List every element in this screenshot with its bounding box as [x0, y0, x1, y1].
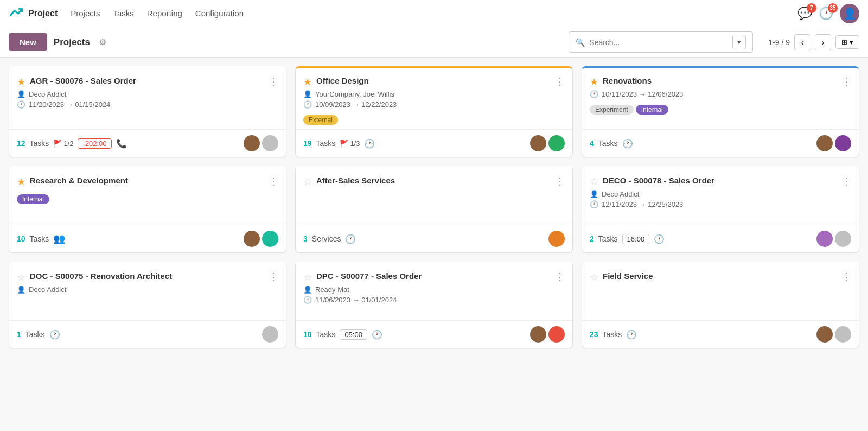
tasks-count[interactable]: 10	[17, 234, 25, 243]
card-body: 👤 Deco Addict 🕐 11/20/2023 → 01/15/2024	[9, 90, 286, 129]
card-header: ☆ After-Sales Services ⋮	[296, 168, 572, 190]
card-tags: External	[303, 111, 565, 125]
people-icon: 👥	[53, 233, 65, 245]
star-button[interactable]: ★	[17, 76, 25, 88]
nav-projects[interactable]: Projects	[71, 7, 100, 20]
user-avatar[interactable]: 👤	[840, 4, 859, 23]
time-badge: -202:00	[78, 138, 111, 149]
clock-icon[interactable]: 🕐	[622, 138, 633, 149]
projects-grid: ★ AGR - S00076 - Sales Order ⋮ 👤 Deco Ad…	[0, 58, 868, 357]
card-title[interactable]: DPC - S00077 - Sales Order	[316, 271, 551, 282]
clock-icon[interactable]: 🕐	[345, 234, 356, 244]
dates-icon: 🕐	[303, 296, 312, 304]
avatar	[244, 135, 260, 151]
star-button[interactable]: ☆	[590, 176, 598, 188]
avatar	[816, 326, 833, 343]
card-header: ★ AGR - S00076 - Sales Order ⋮	[9, 68, 286, 90]
card-body: 👤 Ready Mat 🕐 11/06/2023 → 01/01/2024	[296, 286, 572, 320]
next-page-button[interactable]: ›	[815, 34, 831, 50]
card-tags: ExperimentInternal	[590, 100, 851, 115]
settings-icon[interactable]: ⚙	[99, 37, 106, 47]
card-title[interactable]: Office Design	[316, 75, 551, 86]
card-header: ☆ DECO - S00078 - Sales Order ⋮	[582, 168, 859, 190]
customer-icon: 👤	[17, 286, 25, 294]
tasks-count[interactable]: 19	[303, 139, 312, 148]
star-button[interactable]: ★	[303, 76, 312, 88]
card-customer: 👤 YourCompany, Joel Willis	[303, 90, 565, 98]
card-title[interactable]: DECO - S00078 - Sales Order	[603, 175, 837, 186]
nav-configuration[interactable]: Configuration	[195, 7, 244, 20]
card-menu-button[interactable]: ⋮	[841, 175, 851, 187]
clock-button[interactable]: 🕐 35	[819, 7, 833, 21]
clock-icon[interactable]: 🕐	[654, 234, 665, 244]
card-footer: 3 Services 🕐	[296, 225, 572, 252]
customer-icon: 👤	[590, 190, 598, 198]
card-dates: 🕐 10/11/2023 → 12/06/2023	[590, 90, 851, 98]
nav-reporting[interactable]: Reporting	[147, 7, 182, 20]
nav-tasks[interactable]: Tasks	[113, 7, 133, 20]
card-header: ★ Renovations ⋮	[582, 68, 859, 90]
clock-icon[interactable]: 🕐	[626, 329, 637, 340]
card-menu-button[interactable]: ⋮	[555, 175, 565, 187]
card-menu-button[interactable]: ⋮	[841, 75, 851, 87]
card-title[interactable]: Renovations	[603, 75, 837, 86]
card-customer: 👤 Deco Addict	[17, 286, 278, 294]
tasks-count[interactable]: 4	[590, 139, 594, 148]
search-input[interactable]	[589, 38, 728, 47]
project-card: ☆ DECO - S00078 - Sales Order ⋮ 👤 Deco A…	[582, 166, 859, 253]
view-toggle-button[interactable]: ⊞ ▾	[835, 35, 859, 49]
star-button[interactable]: ☆	[303, 271, 312, 283]
page-title: Projects	[54, 37, 90, 48]
card-footer: 1 Tasks 🕐	[9, 320, 286, 348]
card-title[interactable]: After-Sales Services	[316, 175, 551, 186]
card-header: ★ Research & Development ⋮	[9, 168, 286, 190]
tasks-count[interactable]: 3	[303, 234, 308, 243]
avatars	[530, 326, 565, 343]
dates-icon: 🕐	[17, 100, 25, 109]
prev-page-button[interactable]: ‹	[794, 34, 810, 50]
card-menu-button[interactable]: ⋮	[555, 75, 565, 87]
avatars	[244, 135, 278, 151]
card-body	[582, 286, 859, 320]
tag-internal: Internal	[636, 105, 668, 115]
card-title[interactable]: DOC - S00075 - Renovation Architect	[30, 271, 264, 282]
tasks-count[interactable]: 10	[303, 330, 312, 339]
search-icon: 🔍	[576, 38, 585, 47]
avatar	[835, 231, 851, 247]
milestone: 🚩 1/3	[340, 140, 360, 148]
view-dropdown-icon: ▾	[850, 38, 853, 46]
tasks-count[interactable]: 12	[17, 139, 25, 148]
app-logo[interactable]: Project	[9, 6, 58, 21]
star-button[interactable]: ☆	[303, 176, 312, 188]
clock-icon[interactable]: 🕐	[372, 329, 382, 340]
clock-icon[interactable]: 🕐	[49, 329, 60, 340]
star-button[interactable]: ☆	[590, 271, 598, 283]
tag-internal: Internal	[17, 194, 49, 204]
card-title[interactable]: Field Service	[603, 271, 837, 282]
tasks-count[interactable]: 2	[590, 234, 594, 243]
new-button[interactable]: New	[9, 33, 47, 51]
flag-icon: 🚩	[53, 140, 62, 148]
clock-icon[interactable]: 🕐	[364, 138, 375, 149]
card-menu-button[interactable]: ⋮	[269, 271, 278, 283]
view-grid-icon: ⊞	[841, 38, 847, 46]
customer-icon: 👤	[17, 90, 25, 98]
card-menu-button[interactable]: ⋮	[555, 271, 565, 283]
search-dropdown-button[interactable]: ▾	[732, 35, 746, 49]
card-menu-button[interactable]: ⋮	[269, 75, 278, 87]
phone-icon: 📞	[116, 138, 127, 149]
project-card: ☆ DOC - S00075 - Renovation Architect ⋮ …	[9, 262, 286, 348]
card-body: 👤 YourCompany, Joel Willis 🕐 10/09/2023 …	[296, 90, 572, 129]
tasks-count[interactable]: 23	[590, 330, 598, 339]
customer-icon: 👤	[303, 90, 312, 98]
star-button[interactable]: ★	[590, 76, 598, 88]
tasks-label: Tasks	[30, 234, 49, 243]
messages-button[interactable]: 💬 7	[797, 7, 812, 21]
tasks-count[interactable]: 1	[17, 330, 21, 339]
star-button[interactable]: ☆	[17, 271, 25, 283]
card-menu-button[interactable]: ⋮	[841, 271, 851, 283]
star-button[interactable]: ★	[17, 176, 25, 188]
card-title[interactable]: Research & Development	[30, 175, 264, 186]
card-menu-button[interactable]: ⋮	[269, 175, 278, 187]
card-title[interactable]: AGR - S00076 - Sales Order	[30, 75, 264, 86]
